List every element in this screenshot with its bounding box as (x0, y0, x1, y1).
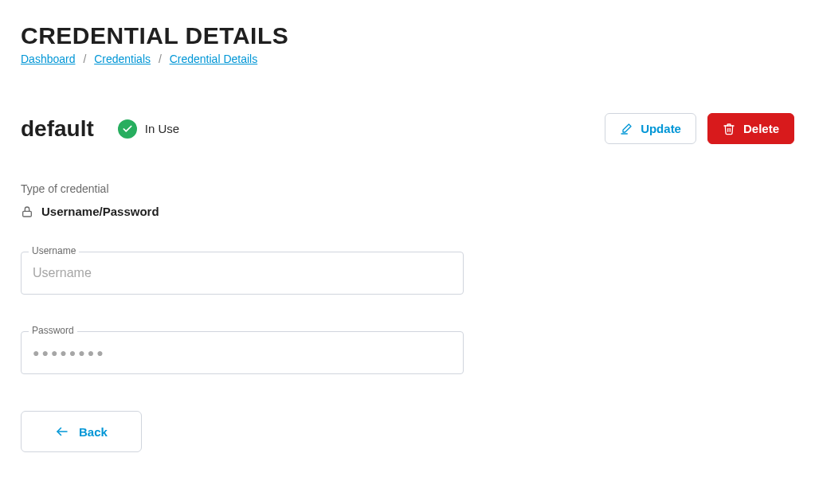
credential-title-group: default In Use (21, 116, 179, 142)
back-button[interactable]: Back (21, 411, 142, 452)
password-input[interactable]: ●●●●●●●● (21, 331, 464, 374)
lock-icon (21, 205, 33, 218)
pencil-icon (620, 123, 633, 135)
type-section-label: Type of credential (21, 182, 794, 195)
delete-button[interactable]: Delete (707, 113, 794, 144)
update-button-label: Update (641, 122, 681, 135)
breadcrumb-sep: / (83, 53, 86, 65)
breadcrumb-credentials[interactable]: Credentials (94, 53, 151, 65)
credential-type-row: Username/Password (21, 205, 794, 218)
password-label: Password (29, 325, 77, 336)
status-badge: In Use (118, 119, 179, 139)
credential-header: default In Use Update Dele (21, 113, 794, 144)
password-field-wrap: Password ●●●●●●●● (21, 331, 464, 374)
username-field-wrap: Username (21, 252, 464, 295)
breadcrumb-sep: / (159, 53, 162, 65)
check-circle-icon (118, 119, 137, 139)
breadcrumb-dashboard[interactable]: Dashboard (21, 53, 76, 65)
password-masked-value: ●●●●●●●● (33, 331, 106, 374)
svg-rect-1 (23, 211, 32, 217)
credential-type-value: Username/Password (41, 205, 159, 218)
credential-name: default (21, 116, 94, 142)
credential-type-section: Type of credential Username/Password (21, 182, 794, 218)
action-buttons: Update Delete (605, 113, 794, 144)
page-title: CREDENTIAL DETAILS (21, 22, 794, 49)
delete-button-label: Delete (743, 122, 779, 135)
username-label: Username (29, 245, 79, 256)
status-label: In Use (145, 122, 179, 135)
trash-icon (723, 123, 735, 135)
breadcrumb: Dashboard / Credentials / Credential Det… (21, 53, 794, 65)
username-input[interactable] (21, 252, 464, 295)
update-button[interactable]: Update (605, 113, 696, 144)
breadcrumb-credential-details[interactable]: Credential Details (170, 53, 258, 65)
back-button-label: Back (79, 425, 108, 439)
arrow-left-icon (55, 424, 69, 439)
